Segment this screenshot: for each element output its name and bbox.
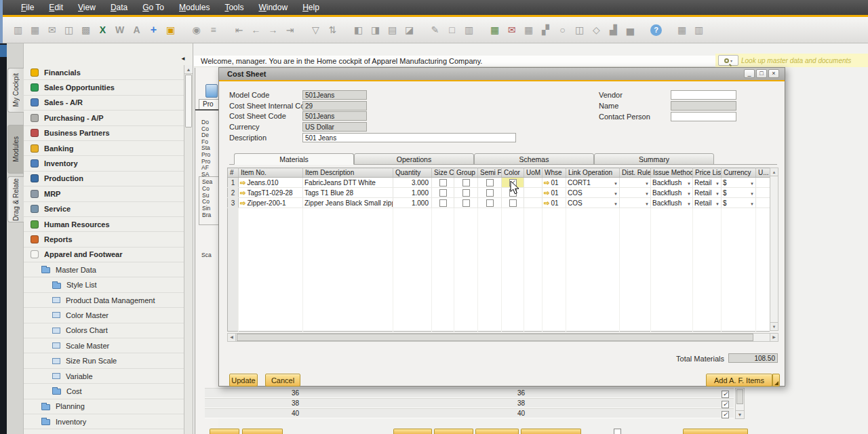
org-chart-icon[interactable]: ▞: [537, 22, 554, 38]
sidebar-collapse-icon[interactable]: ◄: [180, 56, 186, 62]
row-number[interactable]: 1: [228, 178, 239, 188]
calculator-export-icon[interactable]: ▥: [690, 22, 707, 38]
dialog-title-bar[interactable]: Cost Sheet _ □ ×: [219, 68, 785, 80]
col-uom[interactable]: UoM: [524, 168, 542, 178]
scrollbar-thumb[interactable]: [736, 389, 743, 404]
scrollbar-thumb[interactable]: [185, 75, 192, 127]
row-checkbox[interactable]: ✓: [722, 411, 729, 418]
tab-materials[interactable]: Materials: [234, 153, 354, 165]
scroll-down-icon[interactable]: ▼: [770, 322, 778, 330]
background-button-partial[interactable]: [683, 429, 748, 434]
semi-f-cell[interactable]: [478, 188, 502, 198]
link-operation-cell[interactable]: ▼COS: [566, 198, 620, 208]
tab-modules[interactable]: Modules: [7, 125, 24, 174]
dropdown-icon[interactable]: ▼: [750, 202, 754, 206]
menu-help[interactable]: Help: [296, 1, 326, 14]
quantity-cell[interactable]: 3.000: [393, 178, 432, 188]
scroll-up-icon[interactable]: ▲: [770, 168, 778, 176]
row-number[interactable]: 3: [228, 198, 239, 208]
sidebar-item-colors-chart[interactable]: Colors Chart: [24, 323, 184, 338]
task-icon[interactable]: ▦: [486, 22, 503, 38]
size-c-cell[interactable]: [432, 178, 454, 188]
uom-code-cell[interactable]: [756, 178, 770, 188]
currency-cell[interactable]: ▼$: [722, 198, 756, 208]
dropdown-icon[interactable]: ▼: [687, 202, 691, 206]
scroll-down-icon[interactable]: ▼: [736, 410, 744, 418]
layout-mover-icon[interactable]: +: [145, 22, 162, 38]
search-button[interactable]: ▾: [718, 55, 738, 66]
maximize-button[interactable]: □: [756, 69, 767, 78]
dropdown-icon[interactable]: ▼: [687, 182, 691, 186]
group-checkbox[interactable]: [462, 179, 470, 186]
whse-cell[interactable]: ⇨01: [542, 198, 566, 208]
dist-rule-cell[interactable]: ▼: [620, 178, 651, 188]
sidebar-item-purchasing-ap[interactable]: Purchasing - A/P: [24, 111, 184, 125]
next-record-icon[interactable]: →: [264, 22, 281, 38]
item-no-cell[interactable]: ⇨TagsT1-029-28: [239, 188, 303, 198]
price-list-cell[interactable]: ▼Retail: [693, 198, 722, 208]
group-cell[interactable]: [454, 198, 478, 208]
email-icon[interactable]: ✉: [43, 22, 60, 38]
link-arrow-icon[interactable]: ⇨: [240, 199, 245, 207]
menu-tools[interactable]: Tools: [218, 1, 250, 14]
semi-f-checkbox[interactable]: [486, 179, 494, 186]
background-button-partial[interactable]: [242, 429, 283, 434]
size-c-checkbox[interactable]: [439, 199, 447, 207]
tab-drag-relate[interactable]: Drag & Relate: [7, 176, 24, 222]
search-input[interactable]: [741, 55, 868, 66]
scroll-right-icon[interactable]: ▶: [770, 334, 778, 341]
dropdown-icon[interactable]: ▼: [715, 202, 719, 206]
sidebar-item-sales-opportunities[interactable]: Sales Opportunities: [24, 80, 184, 95]
lock-icon[interactable]: ▣: [162, 22, 179, 38]
item-description-cell[interactable]: Tags T1 Blue 28: [303, 188, 393, 198]
table-row[interactable]: 36 36 ✓: [205, 388, 734, 398]
col-uom-code[interactable]: U...: [756, 168, 770, 178]
background-button-partial[interactable]: [475, 429, 519, 434]
issue-method-cell[interactable]: ▼Backflush: [651, 198, 693, 208]
col-color[interactable]: Color: [502, 168, 524, 178]
dropdown-icon[interactable]: ▼: [614, 182, 618, 186]
sidebar-item-service[interactable]: Service: [24, 202, 184, 217]
table-row[interactable]: 38 38 ✓: [205, 398, 734, 408]
background-button-partial[interactable]: [434, 429, 473, 434]
dropdown-icon[interactable]: ▼: [715, 192, 719, 196]
dropdown-icon[interactable]: ▼: [687, 192, 691, 196]
query-icon[interactable]: ▥: [460, 22, 477, 38]
dropdown-icon[interactable]: ▼: [750, 182, 754, 186]
col-issue-method[interactable]: Issue Method: [651, 168, 693, 178]
bar-chart-icon[interactable]: ▅: [622, 22, 639, 38]
print-icon[interactable]: ▦: [26, 22, 43, 38]
copy-to-icon[interactable]: ◧: [350, 22, 367, 38]
item-no-cell[interactable]: ⇨Jeans.010: [239, 178, 303, 188]
link-arrow-icon[interactable]: ⇨: [544, 199, 549, 207]
fax-icon[interactable]: ▩: [77, 22, 94, 38]
copy-from-icon[interactable]: ◨: [367, 22, 384, 38]
currency-cell[interactable]: ▼$: [722, 188, 756, 198]
name-field[interactable]: [671, 101, 736, 111]
size-c-cell[interactable]: [432, 188, 454, 198]
background-checkbox-partial[interactable]: [614, 429, 621, 434]
last-record-icon[interactable]: ⇥: [281, 22, 298, 38]
price-list-cell[interactable]: ▼Retail: [693, 178, 722, 188]
menu-file[interactable]: File: [15, 1, 40, 14]
issue-method-cell[interactable]: ▼Backflush: [651, 188, 693, 198]
dropdown-icon[interactable]: ▼: [645, 192, 649, 196]
size-table-scrollbar[interactable]: ▼: [735, 388, 745, 419]
export-pdf-icon[interactable]: A: [128, 22, 145, 38]
col-item-no[interactable]: Item No.: [239, 168, 303, 178]
sidebar-item-banking[interactable]: Banking: [24, 141, 184, 156]
col-semi-f[interactable]: Semi F: [478, 168, 502, 178]
col-row-number[interactable]: #: [228, 168, 239, 178]
sidebar-item-scale-master[interactable]: Scale Master: [24, 338, 184, 353]
semi-f-cell[interactable]: [478, 178, 502, 188]
clock-icon[interactable]: ○: [554, 22, 571, 38]
item-no-cell[interactable]: ⇨Zipper-200-1: [239, 198, 303, 208]
sidebar-item-financials[interactable]: Financials: [24, 65, 184, 80]
row-checkbox[interactable]: ✓: [722, 391, 729, 398]
export-word-icon[interactable]: W: [111, 22, 128, 38]
dropdown-icon[interactable]: ▼: [715, 182, 719, 186]
uom-cell[interactable]: [524, 178, 542, 188]
first-record-icon[interactable]: ⇤: [231, 22, 248, 38]
group-cell[interactable]: [454, 188, 478, 198]
tab-my-cockpit[interactable]: My Cockpit: [7, 68, 24, 113]
